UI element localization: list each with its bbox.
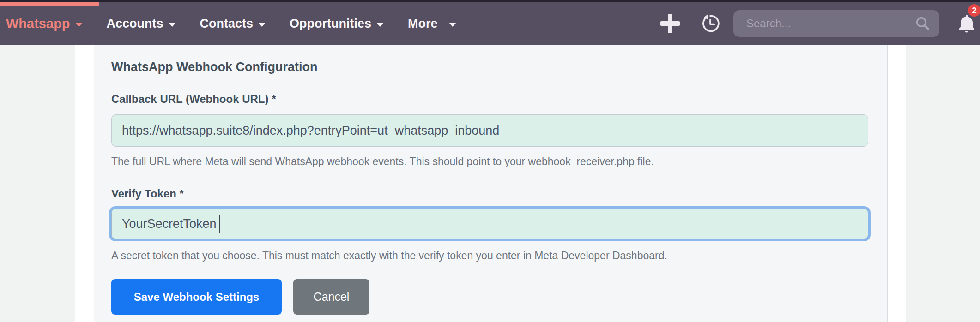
page-body: WhatsApp Webhook Configuration Callback … xyxy=(0,45,980,322)
nav-item-label: Whatsapp xyxy=(6,16,70,31)
verify-token-label: Verify Token * xyxy=(111,187,887,200)
verify-token-input[interactable] xyxy=(111,209,868,239)
chevron-down-icon xyxy=(376,23,384,27)
left-gutter xyxy=(0,45,75,322)
nav-item-whatsapp[interactable]: Whatsapp xyxy=(6,16,83,31)
nav-item-label: Opportunities xyxy=(290,17,371,31)
search-icon[interactable] xyxy=(914,15,931,32)
nav-item-opportunities[interactable]: Opportunities xyxy=(290,17,384,31)
right-margin xyxy=(888,45,906,322)
chevron-down-icon xyxy=(449,23,456,27)
form-actions: Save Webhook Settings Cancel xyxy=(111,279,887,315)
callback-url-label: Callback URL (Webhook URL) * xyxy=(111,93,887,106)
text-cursor xyxy=(219,215,220,233)
chevron-down-icon xyxy=(169,23,176,27)
main-navbar: Whatsapp Accounts Contacts Opportunities… xyxy=(0,2,980,45)
nav-item-contacts[interactable]: Contacts xyxy=(200,17,266,31)
cancel-button[interactable]: Cancel xyxy=(293,279,369,315)
chevron-down-icon xyxy=(75,23,83,27)
nav-item-accounts[interactable]: Accounts xyxy=(107,17,176,31)
save-webhook-settings-button[interactable]: Save Webhook Settings xyxy=(111,279,282,315)
nav-item-label: Accounts xyxy=(107,17,163,31)
nav-menu: Whatsapp Accounts Contacts Opportunities… xyxy=(6,16,456,31)
notification-count-badge: 2 xyxy=(968,4,980,17)
left-margin xyxy=(75,45,94,322)
verify-token-field xyxy=(111,209,868,239)
webhook-config-panel: WhatsApp Webhook Configuration Callback … xyxy=(94,45,888,322)
callback-url-input[interactable] xyxy=(111,114,868,147)
active-module-indicator xyxy=(0,2,99,6)
nav-item-label: More xyxy=(408,17,438,31)
search-input[interactable] xyxy=(733,10,939,37)
chevron-down-icon xyxy=(258,23,266,27)
recently-viewed-history-icon[interactable] xyxy=(700,13,720,34)
global-search xyxy=(733,10,939,37)
nav-item-more[interactable]: More xyxy=(408,17,456,31)
nav-item-label: Contacts xyxy=(200,17,254,31)
callback-url-help: The full URL where Meta will send WhatsA… xyxy=(111,155,887,168)
quick-create-plus-icon[interactable] xyxy=(660,14,680,33)
notifications-button[interactable]: 2 xyxy=(956,11,977,36)
right-gutter xyxy=(906,45,980,322)
verify-token-help: A secret token that you choose. This mus… xyxy=(111,250,887,262)
panel-title: WhatsApp Webhook Configuration xyxy=(111,60,887,74)
nav-actions: 2 xyxy=(660,10,980,37)
